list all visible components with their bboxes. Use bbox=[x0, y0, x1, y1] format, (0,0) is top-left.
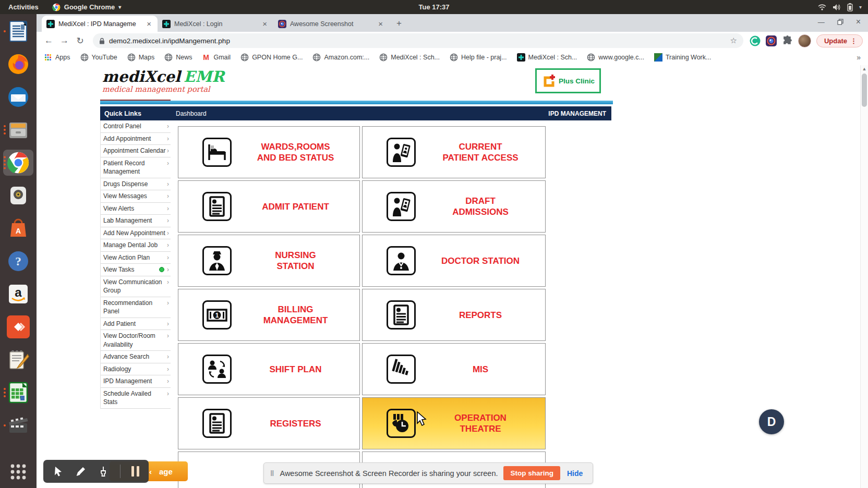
tab-close-icon[interactable]: × bbox=[377, 19, 384, 28]
profile-avatar[interactable] bbox=[798, 34, 811, 47]
gmail-icon: M bbox=[202, 53, 210, 62]
bookmark-www-google-c-[interactable]: www.google.c... bbox=[587, 53, 644, 62]
tab-medixcel-ipd-manageme[interactable]: MediXcel : IPD Manageme × bbox=[42, 16, 158, 32]
dock-item-ubuntu-software[interactable]: A bbox=[3, 215, 33, 241]
app-menu-button[interactable]: Google Chrome ▾ bbox=[52, 3, 122, 11]
bookmark-gmail[interactable]: MGmail bbox=[202, 53, 231, 62]
sidebar-item-radiology[interactable]: Radiology› bbox=[101, 363, 171, 376]
bookmark-training-work-[interactable]: Training Work... bbox=[654, 53, 712, 62]
sidebar-item-manage-dental-job[interactable]: Manage Dental Job› bbox=[101, 239, 171, 252]
activities-button[interactable]: Activities bbox=[8, 3, 39, 11]
extensions-puzzle-icon[interactable] bbox=[782, 35, 793, 46]
pause-recording-button[interactable] bbox=[131, 466, 139, 477]
stop-sharing-button[interactable]: Stop sharing bbox=[503, 466, 560, 480]
tile-registers[interactable]: REGISTERS bbox=[178, 397, 360, 449]
libreoffice-calc-icon bbox=[7, 381, 30, 404]
dock-item-file-drawer[interactable] bbox=[3, 117, 33, 143]
dock-item-notes[interactable] bbox=[3, 347, 33, 373]
sidebar-item-add-appointment[interactable]: Add Appointment› bbox=[101, 133, 171, 145]
tile-operation-theatre[interactable]: OPERATION THEATRE bbox=[362, 397, 546, 449]
awesome-screenshot-extension-icon[interactable] bbox=[766, 35, 777, 46]
scrollbar-up-arrow[interactable]: ▲ bbox=[861, 66, 868, 71]
sidebar-item-label: Manage Dental Job bbox=[103, 241, 166, 250]
sidebar-item-view-alerts[interactable]: View Alerts› bbox=[101, 203, 171, 215]
hide-banner-button[interactable]: Hide bbox=[567, 469, 583, 478]
dock-item-libreoffice-writer[interactable] bbox=[3, 18, 33, 44]
sidebar-item-advance-search[interactable]: Advance Search› bbox=[101, 351, 171, 363]
reload-button[interactable]: ↻ bbox=[73, 34, 87, 48]
sidebar-item-drugs-dispense[interactable]: Drugs Dispense› bbox=[101, 178, 171, 191]
dock-item-remmina[interactable] bbox=[3, 314, 33, 340]
sidebar-item-control-panel[interactable]: Control Panel› bbox=[101, 120, 171, 133]
tile-current-patient-access[interactable]: CURRENT PATIENT ACCESS bbox=[362, 126, 546, 178]
tab-close-icon[interactable]: × bbox=[261, 19, 269, 28]
bookmark-youtube[interactable]: YouTube bbox=[80, 53, 117, 62]
tile-wards-rooms-and-bed-status[interactable]: WARDS,ROOMS AND BED STATUS bbox=[178, 126, 360, 178]
sidebar-item-add-patient[interactable]: Add Patient› bbox=[101, 318, 171, 331]
bookmark-medixcel-sch-[interactable]: MediXcel : Sch... bbox=[517, 53, 577, 62]
page-scrollbar[interactable]: ▲ bbox=[860, 65, 868, 488]
sidebar-item-view-action-plan[interactable]: View Action Plan› bbox=[101, 252, 171, 264]
sidebar-item-view-messages[interactable]: View Messages› bbox=[101, 190, 171, 203]
forward-button[interactable]: → bbox=[57, 34, 71, 48]
bookmark-help-file-praj-[interactable]: Help file - praj... bbox=[450, 53, 507, 62]
floating-widget-avatar[interactable]: D bbox=[759, 409, 784, 434]
pencil-tool-icon[interactable] bbox=[75, 466, 87, 477]
dock-item-thunderbird[interactable] bbox=[3, 84, 33, 110]
brush-tool-icon[interactable] bbox=[98, 466, 109, 477]
tile-shift-plan[interactable]: SHIFT PLAN bbox=[178, 343, 360, 395]
address-bar[interactable]: demo2.medixcel.in/ipdMangement.php ☆ bbox=[93, 33, 743, 48]
tile-admit-patient[interactable]: ADMIT PATIENT bbox=[178, 180, 360, 233]
scrollbar-thumb[interactable] bbox=[862, 74, 867, 107]
green-extension-icon[interactable] bbox=[750, 35, 761, 46]
tile-draft-admissions[interactable]: DRAFT ADMISSIONS bbox=[362, 180, 546, 233]
bookmark-medixcel-sch-[interactable]: MediXcel : Sch... bbox=[379, 53, 440, 62]
bookmark-gpon-home-g-[interactable]: GPON Home G... bbox=[240, 53, 303, 62]
tab-medixcel-login[interactable]: MediXcel : Login × bbox=[158, 16, 273, 32]
bookmark-amazon-com-[interactable]: Amazon.com:... bbox=[312, 53, 369, 62]
new-tab-button[interactable]: + bbox=[392, 17, 406, 30]
sidebar-item-view-doctor-room-availability[interactable]: View Doctor/Room Availability› bbox=[101, 330, 171, 351]
bookmark-maps[interactable]: Maps bbox=[127, 53, 155, 62]
collapse-chevron-icon[interactable]: ‹ bbox=[149, 467, 152, 476]
bookmark-star-icon[interactable]: ☆ bbox=[730, 36, 737, 45]
globe-icon bbox=[80, 53, 89, 62]
sidebar-item-schedule-availed-stats[interactable]: Schedule Availed Stats› bbox=[101, 388, 171, 409]
bookmark-news[interactable]: News bbox=[164, 53, 192, 62]
dock-item-libreoffice-calc[interactable] bbox=[3, 380, 33, 406]
tile-nursing-station[interactable]: NURSING STATION bbox=[178, 235, 360, 287]
sidebar-item-appointment-calendar[interactable]: Appointment Calendar› bbox=[101, 145, 171, 157]
sidebar-item-add-new-appointment[interactable]: Add New Appointment› bbox=[101, 227, 171, 240]
tile-doctor-station[interactable]: DOCTOR STATION bbox=[362, 235, 546, 287]
sidebar-item-view-communication-group[interactable]: View Communication Group› bbox=[101, 276, 171, 297]
minimize-button[interactable]: — bbox=[818, 18, 825, 26]
clock[interactable]: Tue 17:37 bbox=[418, 3, 449, 11]
back-button[interactable]: ← bbox=[42, 34, 56, 48]
dock-item-webcam[interactable] bbox=[3, 182, 33, 209]
dock-item-chrome[interactable] bbox=[3, 150, 33, 176]
tab-awesome-screenshot[interactable]: Awesome Screenshot × bbox=[273, 16, 389, 32]
cursor-tool-icon[interactable] bbox=[53, 466, 64, 477]
system-tray[interactable]: ▾ bbox=[818, 3, 862, 11]
dock-item-help[interactable]: ? bbox=[3, 248, 33, 274]
sidebar-item-recommendation-panel[interactable]: Recommendation Panel› bbox=[101, 297, 171, 318]
blue-divider bbox=[100, 101, 613, 104]
tile-billing-management[interactable]: 1 BILLING MANAGEMENT bbox=[178, 289, 360, 341]
chrome-update-button[interactable]: Update ⋮ bbox=[816, 34, 863, 47]
bookmarks-overflow-chevron[interactable]: » bbox=[857, 53, 861, 62]
close-button[interactable]: × bbox=[856, 17, 861, 27]
bookmark-apps[interactable]: Apps bbox=[44, 53, 70, 62]
sidebar-item-lab-management[interactable]: Lab Management› bbox=[101, 215, 171, 227]
dock-item-firefox[interactable] bbox=[3, 51, 33, 77]
dock-item-app-grid[interactable] bbox=[3, 459, 33, 485]
sidebar-item-patient-record-management[interactable]: Patient Record Management› bbox=[101, 157, 171, 178]
dock-item-video-editor[interactable] bbox=[3, 412, 33, 438]
restore-button[interactable] bbox=[837, 19, 843, 25]
tile-reports[interactable]: REPORTS bbox=[362, 289, 546, 341]
tile-mis[interactable]: MIS bbox=[362, 343, 546, 395]
dock-item-amazon[interactable]: a bbox=[3, 281, 33, 307]
sidebar-item-view-tasks[interactable]: View Tasks› bbox=[101, 264, 171, 276]
training-icon bbox=[654, 53, 662, 62]
sidebar-item-ipd-management[interactable]: IPD Management› bbox=[101, 375, 171, 388]
tab-close-icon[interactable]: × bbox=[145, 19, 153, 28]
